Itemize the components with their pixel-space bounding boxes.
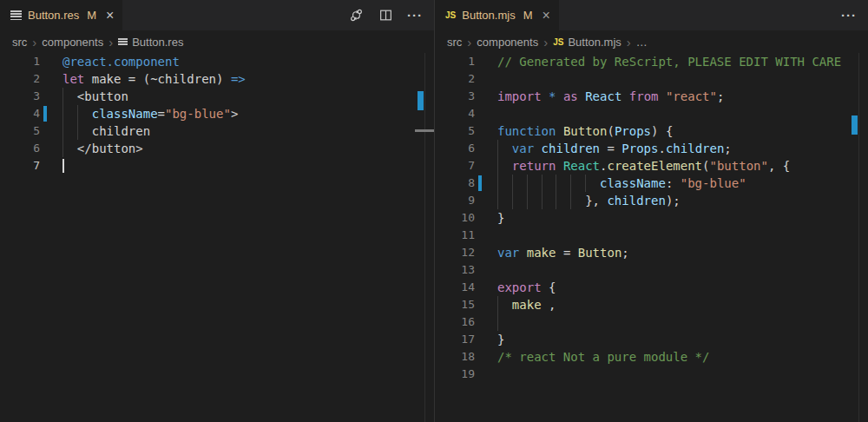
code-lines: 1@react.component2let make = (~children)… (0, 53, 434, 175)
chevron-right-icon: › (30, 35, 38, 49)
code-text: className="bg-blue"> (0, 105, 434, 122)
indent-guide (542, 192, 542, 209)
code-line[interactable]: 6 </button> (0, 140, 434, 157)
indent-guide (512, 192, 513, 209)
gutter-modified-indicator (478, 175, 482, 191)
chevron-right-icon: › (465, 35, 473, 49)
editor-pane-left: Button.res M × (0, 0, 434, 422)
line-number: 7 (435, 157, 475, 175)
code-line[interactable]: 6 var children = Props.children; (435, 140, 868, 157)
breadcrumb-item-components[interactable]: components (477, 36, 538, 49)
line-number: 1 (0, 53, 40, 70)
breadcrumb-item-src[interactable]: src (447, 36, 462, 49)
code-line[interactable]: 19 (435, 366, 868, 383)
code-text: children (0, 122, 434, 140)
indent-guide (497, 296, 498, 313)
line-number: 1 (435, 53, 475, 70)
indent-guide (497, 192, 498, 209)
line-number: 2 (0, 70, 40, 88)
code-line[interactable]: 1@react.component (0, 53, 434, 70)
split-editor-icon[interactable] (377, 7, 394, 24)
code-text: </button> (0, 140, 434, 157)
code-line[interactable]: 8 className: "bg-blue" (435, 175, 868, 192)
code-text: function Button(Props) { (435, 122, 868, 140)
code-line[interactable]: 1// Generated by ReScript, PLEASE EDIT W… (435, 53, 868, 70)
code-text: import * as React from "react"; (435, 88, 868, 105)
code-line[interactable]: 10} (435, 209, 868, 227)
breadcrumb-item-file[interactable]: JS Button.mjs (553, 36, 621, 49)
code-line[interactable]: 17} (435, 331, 868, 348)
indent-guide (527, 192, 528, 209)
indent-guide (556, 175, 556, 192)
tab-title: Button.res (28, 9, 79, 22)
vscode-editor-window: Button.res M × (0, 0, 868, 422)
chevron-right-icon: › (107, 35, 115, 49)
code-line[interactable]: 3import * as React from "react"; (435, 88, 868, 105)
code-line[interactable]: 9 }, children); (435, 192, 868, 209)
code-editor-right[interactable]: 1// Generated by ReScript, PLEASE EDIT W… (435, 53, 868, 422)
line-number: 18 (435, 348, 475, 366)
line-number: 5 (435, 122, 475, 140)
indent-guide (570, 175, 571, 192)
code-text: var make = Button; (435, 244, 868, 261)
editor-actions-right: ··· (840, 0, 858, 30)
code-line[interactable]: 2let make = (~children) => (0, 70, 434, 88)
line-number: 9 (435, 192, 475, 209)
overview-ruler-modified-marker (852, 115, 858, 135)
code-text: className: "bg-blue" (435, 175, 868, 192)
code-text: export { (435, 279, 868, 296)
breadcrumb-item-file[interactable]: Button.res (118, 36, 183, 49)
code-line[interactable]: 7 return React.createElement("button", { (435, 157, 868, 175)
line-number: 6 (0, 140, 40, 157)
line-number: 3 (0, 88, 40, 105)
indent-guide (77, 122, 78, 140)
tab-title: Button.mjs (462, 9, 515, 22)
indent-guide (497, 157, 498, 175)
code-line[interactable]: 16 (435, 313, 868, 331)
code-line[interactable]: 7 (0, 157, 434, 175)
code-line[interactable]: 12var make = Button; (435, 244, 868, 261)
indent-guide (77, 105, 78, 122)
close-tab-icon[interactable]: × (106, 9, 114, 23)
more-actions-icon[interactable]: ··· (840, 7, 858, 24)
overview-ruler-cursor-marker (415, 129, 434, 132)
code-line[interactable]: 5 children (0, 122, 434, 140)
code-line[interactable]: 4 className="bg-blue"> (0, 105, 434, 122)
breadcrumb-item-symbol[interactable]: … (636, 36, 648, 49)
code-line[interactable]: 18/* react Not a pure module */ (435, 348, 868, 366)
code-line[interactable]: 3 <button (0, 88, 434, 105)
code-line[interactable]: 4 (435, 105, 868, 122)
code-text: }, children); (435, 192, 868, 209)
code-text: let make = (~children) => (0, 70, 434, 88)
gutter-modified-indicator (43, 106, 47, 122)
code-text: } (435, 331, 868, 348)
tab-button-res[interactable]: Button.res M × (0, 0, 123, 30)
code-line[interactable]: 15 make , (435, 296, 868, 313)
line-number: 4 (0, 105, 40, 122)
overview-ruler-border (858, 53, 859, 422)
code-text: } (435, 209, 868, 227)
code-text: var children = Props.children; (435, 140, 868, 157)
overview-ruler-modified-marker (418, 91, 424, 110)
tab-button-mjs[interactable]: JS Button.mjs M × (435, 0, 560, 30)
code-line[interactable]: 11 (435, 227, 868, 244)
breadcrumb-item-src[interactable]: src (12, 36, 27, 49)
code-line[interactable]: 5function Button(Props) { (435, 122, 868, 140)
more-actions-icon[interactable]: ··· (406, 7, 424, 24)
breadcrumb-item-components[interactable]: components (42, 36, 103, 49)
close-tab-icon[interactable]: × (542, 9, 550, 23)
code-line[interactable]: 2 (435, 70, 868, 88)
open-changes-icon[interactable] (347, 7, 365, 24)
javascript-file-icon: JS (553, 37, 563, 47)
tab-bar-right: JS Button.mjs M × ··· (435, 0, 868, 30)
code-line[interactable]: 13 (435, 261, 868, 279)
tab-bar-left: Button.res M × (0, 0, 434, 30)
editor-pane-right: JS Button.mjs M × ··· src › components ›… (434, 0, 868, 422)
overview-ruler-border (424, 53, 425, 422)
line-number: 14 (435, 279, 475, 296)
code-line[interactable]: 14export { (435, 279, 868, 296)
code-text: return React.createElement("button", { (435, 157, 868, 175)
modified-badge: M (87, 9, 96, 22)
line-number: 19 (435, 366, 475, 383)
code-editor-left[interactable]: 1@react.component2let make = (~children)… (0, 53, 434, 422)
